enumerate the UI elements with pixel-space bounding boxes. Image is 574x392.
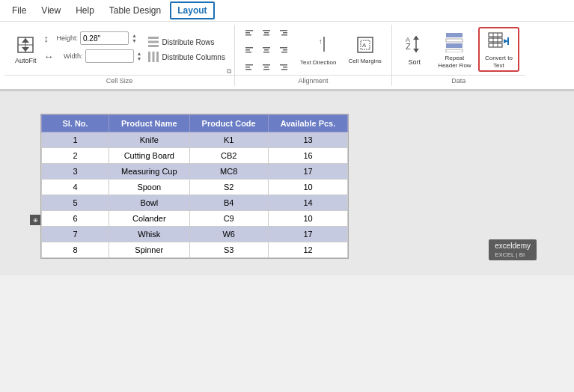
cell-size-expand-icon[interactable]: ⧉ bbox=[227, 67, 231, 76]
table-cell: Knife bbox=[109, 132, 190, 148]
table-cell: Spoon bbox=[109, 180, 190, 195]
autofit-icon bbox=[15, 34, 36, 55]
svg-text:A: A bbox=[362, 42, 367, 49]
menu-table-design[interactable]: Table Design bbox=[103, 3, 167, 18]
table-cell: 5 bbox=[42, 195, 109, 211]
menu-file[interactable]: File bbox=[6, 3, 32, 18]
table-cell: Bowl bbox=[109, 195, 190, 211]
svg-rect-37 bbox=[281, 69, 287, 70]
svg-rect-11 bbox=[245, 30, 253, 31]
cell-margins-button[interactable]: A Cell Margins bbox=[344, 33, 385, 66]
table-cell: MC8 bbox=[189, 164, 268, 180]
svg-rect-50 bbox=[446, 39, 462, 42]
svg-marker-4 bbox=[22, 47, 29, 52]
menu-bar: File View Help Table Design Layout bbox=[0, 0, 574, 22]
repeat-header-button[interactable]: Repeat Header Row bbox=[434, 28, 475, 70]
header-product-name: Product Name bbox=[109, 115, 190, 132]
table-cell: Cutting Board bbox=[109, 148, 190, 164]
height-spinner[interactable]: ▲ ▼ bbox=[131, 33, 138, 43]
width-spinner[interactable]: ▲ ▼ bbox=[136, 51, 143, 61]
height-label: Height: bbox=[51, 34, 78, 42]
svg-marker-48 bbox=[413, 49, 419, 52]
svg-rect-54 bbox=[489, 38, 502, 42]
height-input[interactable] bbox=[80, 31, 129, 45]
table-cell: 3 bbox=[42, 164, 109, 180]
text-direction-icon: A → bbox=[308, 34, 329, 58]
svg-rect-6 bbox=[148, 41, 159, 43]
table-row: 6ColanderC910 bbox=[42, 211, 348, 227]
align-bot-left[interactable] bbox=[241, 58, 257, 73]
menu-layout[interactable]: Layout bbox=[170, 1, 214, 19]
svg-text:Z: Z bbox=[406, 42, 411, 51]
autofit-button[interactable]: AutoFit bbox=[10, 31, 41, 67]
align-top-left[interactable] bbox=[241, 26, 257, 41]
table-cell: 1 bbox=[42, 132, 109, 148]
svg-rect-30 bbox=[245, 67, 250, 68]
width-icon: ↔ bbox=[44, 51, 54, 62]
svg-rect-21 bbox=[245, 49, 250, 51]
svg-rect-13 bbox=[245, 34, 251, 36]
menu-help[interactable]: Help bbox=[70, 3, 100, 18]
table-move-handle[interactable]: ⊕ bbox=[30, 215, 40, 225]
ribbon-group-data: A Z Sort bbox=[392, 25, 525, 86]
svg-rect-10 bbox=[156, 52, 159, 62]
table-row: 1KnifeK113 bbox=[42, 132, 348, 148]
align-mid-center[interactable] bbox=[258, 42, 275, 57]
convert-button[interactable]: Convert to Text bbox=[478, 27, 519, 72]
svg-marker-3 bbox=[22, 38, 29, 43]
svg-rect-35 bbox=[280, 64, 287, 66]
svg-rect-25 bbox=[263, 52, 269, 53]
table-cell: Measuring Cup bbox=[109, 164, 190, 180]
svg-rect-55 bbox=[489, 43, 502, 47]
svg-rect-15 bbox=[264, 32, 269, 34]
sort-button[interactable]: A Z Sort bbox=[398, 30, 431, 69]
distribute-rows-icon bbox=[148, 37, 159, 47]
table-row: 2Cutting BoardCB216 bbox=[42, 148, 348, 164]
data-table-wrapper: Sl. No. Product Name Product Code Availa… bbox=[40, 114, 349, 259]
data-table: Sl. No. Product Name Product Code Availa… bbox=[41, 114, 348, 258]
table-cell: 7 bbox=[42, 227, 109, 242]
table-cell: 4 bbox=[42, 180, 109, 195]
svg-rect-22 bbox=[245, 52, 251, 53]
table-row: 7WhiskW617 bbox=[42, 227, 348, 242]
width-input[interactable] bbox=[85, 49, 134, 63]
svg-rect-29 bbox=[245, 64, 253, 66]
align-mid-left[interactable] bbox=[241, 42, 257, 57]
svg-rect-16 bbox=[263, 34, 269, 36]
align-top-center[interactable] bbox=[258, 26, 275, 41]
distribute-columns-button[interactable]: Distribute Columns bbox=[145, 50, 228, 64]
align-bot-right[interactable] bbox=[275, 58, 292, 73]
svg-rect-23 bbox=[263, 47, 270, 49]
svg-rect-20 bbox=[245, 47, 253, 49]
svg-rect-24 bbox=[264, 49, 269, 51]
svg-rect-12 bbox=[245, 32, 250, 34]
table-cell: W6 bbox=[189, 227, 268, 242]
header-product-code: Product Code bbox=[189, 115, 268, 132]
align-bot-center[interactable] bbox=[258, 58, 275, 73]
distribute-rows-button[interactable]: Distribute Rows bbox=[145, 35, 228, 49]
convert-label: Convert to Text bbox=[483, 55, 515, 69]
align-top-right[interactable] bbox=[275, 26, 292, 41]
text-direction-button[interactable]: A → Text Direction bbox=[296, 32, 340, 67]
table-cell: 10 bbox=[268, 180, 348, 195]
watermark-subtitle: EXCEL | BI bbox=[495, 251, 525, 258]
table-cell: B4 bbox=[189, 195, 268, 211]
alignment-label: Alignment bbox=[235, 75, 391, 85]
table-cell: K1 bbox=[189, 132, 268, 148]
width-row: ↔ Width: ▲ ▼ bbox=[44, 49, 143, 63]
convert-icon bbox=[487, 30, 510, 54]
table-cell: 17 bbox=[268, 227, 348, 242]
menu-view[interactable]: View bbox=[35, 3, 67, 18]
table-cell: Colander bbox=[109, 211, 190, 227]
header-sl-no: Sl. No. bbox=[42, 115, 109, 132]
watermark: exceldemy EXCEL | BI bbox=[489, 239, 537, 260]
svg-rect-53 bbox=[489, 33, 502, 37]
svg-rect-9 bbox=[153, 52, 155, 62]
svg-rect-17 bbox=[280, 30, 287, 31]
data-group-label: Data bbox=[392, 75, 525, 85]
align-mid-right[interactable] bbox=[275, 42, 292, 57]
text-direction-group: A → Text Direction bbox=[296, 32, 340, 67]
autofit-label: AutoFit bbox=[15, 57, 37, 64]
svg-rect-34 bbox=[263, 69, 269, 70]
table-cell: 6 bbox=[42, 211, 109, 227]
